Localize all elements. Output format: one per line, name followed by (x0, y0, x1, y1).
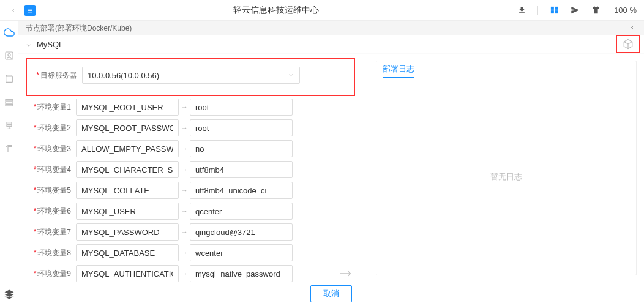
send-icon[interactable] (570, 6, 580, 15)
nav-layers-icon[interactable] (4, 289, 15, 300)
page-title: 轻云信息科技运维中心 (36, 5, 517, 16)
env-value-input[interactable] (190, 140, 293, 157)
env-value-input[interactable] (190, 265, 293, 282)
target-server-label: *目标服务器 (32, 70, 82, 81)
arrow-right-icon: → (179, 207, 190, 215)
cube-icon[interactable] (623, 39, 634, 50)
svg-rect-10 (6, 99, 13, 101)
env-value-input[interactable] (190, 161, 293, 178)
add-env-button[interactable] (337, 267, 355, 280)
svg-rect-0 (28, 9, 32, 9)
env-row: *环境变量2→ (26, 119, 355, 136)
zoom-level: 100 % (614, 6, 637, 15)
target-server-highlight-box: *目标服务器 10.0.0.56(10.0.0.56) (26, 58, 355, 96)
env-value-input[interactable] (190, 99, 293, 116)
target-server-select[interactable]: 10.0.0.56(10.0.0.56) (82, 67, 300, 84)
env-row: *环境变量8→ (26, 244, 355, 261)
env-value-input[interactable] (190, 244, 293, 261)
env-row: *环境变量7→ (26, 223, 355, 241)
env-key-input[interactable] (76, 203, 179, 220)
nav-user-icon[interactable] (4, 50, 15, 61)
section-title: MySQL (37, 40, 63, 49)
tab-deploy-log[interactable]: 部署日志 (383, 62, 414, 78)
env-key-input[interactable] (76, 244, 179, 261)
env-row: *环境变量9→ (26, 265, 355, 282)
env-key-input[interactable] (76, 223, 179, 241)
env-label: *环境变量4 (26, 165, 76, 175)
close-icon[interactable] (628, 24, 637, 32)
env-row: *环境变量4→ (26, 161, 355, 178)
shirt-icon[interactable] (591, 6, 601, 15)
arrow-right-icon: → (179, 248, 190, 257)
download-icon[interactable] (517, 6, 526, 15)
arrow-right-icon: → (179, 103, 190, 111)
home-grid-icon[interactable] (549, 6, 559, 15)
svg-rect-9 (6, 76, 12, 82)
env-value-input[interactable] (190, 223, 293, 241)
svg-point-8 (8, 54, 10, 56)
arrow-right-icon: → (179, 186, 190, 195)
env-label: *环境变量5 (26, 185, 76, 196)
divider (537, 6, 538, 15)
env-key-input[interactable] (76, 140, 179, 157)
app-logo-icon (24, 5, 36, 16)
nav-database-icon[interactable] (4, 97, 15, 108)
svg-rect-13 (7, 122, 12, 124)
env-value-input[interactable] (190, 119, 293, 136)
env-value-input[interactable] (190, 182, 293, 199)
nav-key-icon[interactable] (4, 143, 15, 154)
env-label: *环境变量3 (26, 144, 76, 154)
svg-rect-4 (555, 7, 558, 10)
env-key-input[interactable] (76, 182, 179, 199)
svg-rect-12 (6, 104, 13, 106)
env-label: *环境变量9 (26, 269, 76, 279)
svg-rect-2 (28, 12, 32, 12)
env-value-input[interactable] (190, 203, 293, 220)
svg-rect-3 (551, 7, 554, 10)
env-label: *环境变量8 (26, 248, 76, 258)
nav-box-icon[interactable] (4, 73, 15, 84)
target-server-value: 10.0.0.56(10.0.0.56) (88, 71, 159, 80)
arrow-right-icon: → (179, 269, 190, 278)
arrow-right-icon: → (179, 228, 190, 236)
env-key-input[interactable] (76, 265, 179, 282)
env-label: *环境变量6 (26, 206, 76, 217)
arrow-right-icon: → (179, 124, 190, 132)
env-key-input[interactable] (76, 161, 179, 178)
svg-rect-6 (555, 10, 558, 13)
arrow-right-icon: → (179, 144, 190, 153)
chevron-down-icon[interactable] (26, 41, 33, 48)
svg-rect-5 (551, 10, 554, 13)
breadcrumb: 节点部署(部署环境Docker/Kube) (26, 23, 132, 34)
env-label: *环境变量2 (26, 123, 76, 133)
svg-rect-14 (7, 125, 12, 127)
log-empty-text: 暂无日志 (376, 78, 636, 275)
env-row: *环境变量6→ (26, 203, 355, 220)
env-row: *环境变量3→ (26, 140, 355, 157)
arrow-right-icon: → (179, 165, 190, 174)
env-row: *环境变量1→ (26, 99, 355, 116)
env-label: *环境变量7 (26, 227, 76, 237)
env-row: *环境变量5→ (26, 182, 355, 199)
svg-rect-7 (6, 52, 13, 59)
svg-rect-11 (6, 102, 13, 103)
chevron-down-icon (288, 71, 294, 80)
nav-stack-icon[interactable] (4, 120, 15, 131)
cancel-button[interactable]: 取消 (310, 285, 352, 302)
env-key-input[interactable] (76, 99, 179, 116)
back-button[interactable] (7, 4, 20, 17)
cube-highlight-box (616, 35, 640, 53)
nav-cloud-icon[interactable] (4, 27, 15, 38)
env-label: *环境变量1 (26, 102, 76, 113)
svg-rect-1 (28, 10, 32, 10)
env-key-input[interactable] (76, 119, 179, 136)
